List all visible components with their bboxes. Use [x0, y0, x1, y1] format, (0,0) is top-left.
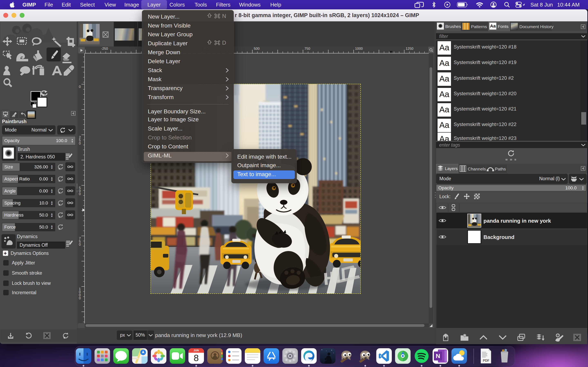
- svg-text:PDF: PDF: [483, 359, 489, 362]
- svg-text:D: D: [222, 40, 226, 46]
- svg-text:N: N: [222, 13, 226, 19]
